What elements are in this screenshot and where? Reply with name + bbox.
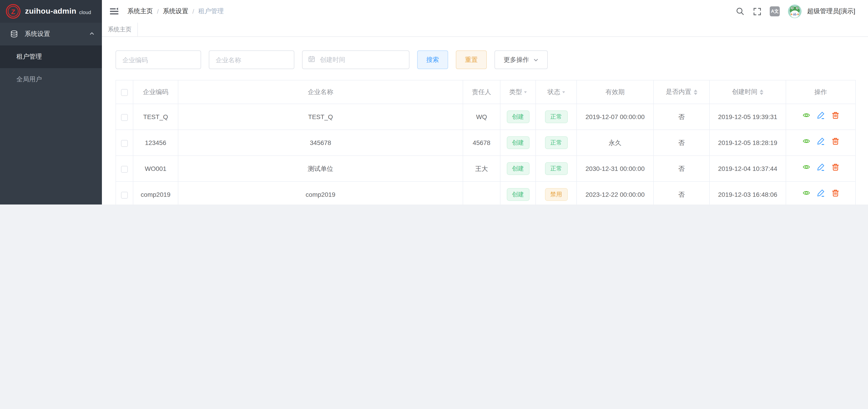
type-filter-icon[interactable] [524, 91, 527, 95]
cell-created: 2019-12-05 19:39:31 [709, 104, 786, 130]
breadcrumb-system-settings[interactable]: 系统设置 [163, 7, 188, 15]
sidebar: Z zuihou-admin cloud 系统设置 租户管理 全局用户 [0, 0, 102, 205]
table-row: TEST_Q TEST_Q WQ 创建 正常 2019-12-07 00:00:… [116, 104, 856, 130]
header-expiry: 有效期 [577, 80, 653, 104]
row-checkbox[interactable] [121, 192, 128, 199]
cell-created: 2019-12-05 18:28:19 [709, 130, 786, 156]
view-icon[interactable] [802, 111, 810, 119]
cell-created: 2019-12-04 10:37:44 [709, 156, 786, 181]
sidebar-item-label: 全局用户 [17, 75, 42, 83]
edit-icon[interactable] [817, 111, 825, 119]
reset-button[interactable]: 重置 [456, 50, 487, 69]
translate-icon[interactable]: A文 [770, 6, 780, 16]
breadcrumb: 系统主页 / 系统设置 / 租户管理 [127, 7, 224, 15]
row-checkbox[interactable] [121, 166, 128, 173]
page-content: 创建时间 搜索 重置 更多操作 [102, 37, 868, 205]
cell-owner: 王大 [463, 156, 500, 181]
chevron-up-icon [89, 30, 95, 38]
breadcrumb-current: 租户管理 [198, 7, 224, 15]
more-actions-button[interactable]: 更多操作 [495, 50, 548, 69]
cell-expiry: 2019-12-07 00:00:00 [577, 104, 653, 130]
cell-builtin: 否 [653, 156, 709, 181]
logo-icon: Z [6, 4, 21, 19]
more-actions-label: 更多操作 [504, 56, 529, 64]
type-badge: 创建 [506, 188, 529, 201]
created-time-picker[interactable]: 创建时间 [302, 50, 409, 69]
avatar[interactable] [788, 5, 802, 18]
search-button[interactable]: 搜索 [417, 50, 448, 69]
main-area: 系统主页 / 系统设置 / 租户管理 A文 [102, 0, 868, 205]
delete-icon[interactable] [831, 137, 839, 145]
fullscreen-icon[interactable] [753, 7, 762, 16]
sort-icon[interactable] [760, 88, 763, 97]
row-checkbox[interactable] [121, 140, 128, 147]
sort-icon[interactable] [693, 88, 697, 97]
navbar: 系统主页 / 系统设置 / 租户管理 A文 [102, 0, 868, 23]
edit-icon[interactable] [817, 163, 825, 171]
row-actions [802, 163, 839, 171]
row-actions [802, 137, 839, 145]
cell-name: comp2019 [178, 181, 463, 205]
enterprise-name-input[interactable] [209, 50, 294, 69]
status-badge: 正常 [545, 162, 567, 175]
type-badge: 创建 [506, 136, 529, 149]
calendar-icon [308, 55, 315, 64]
status-badge: 正常 [545, 136, 567, 149]
sidebar-group-system-settings[interactable]: 系统设置 [0, 23, 102, 45]
breadcrumb-separator: / [157, 8, 159, 15]
status-filter-icon[interactable] [562, 91, 565, 95]
tab-system-home[interactable]: 系统主页 [102, 23, 138, 36]
app-root: Z zuihou-admin cloud 系统设置 租户管理 全局用户 [0, 0, 868, 205]
delete-icon[interactable] [831, 111, 839, 119]
cell-code: WO001 [133, 156, 178, 181]
breadcrumb-home[interactable]: 系统主页 [127, 7, 153, 15]
breadcrumb-separator: / [192, 8, 194, 15]
cell-owner [463, 181, 500, 205]
tenant-table: 企业编码 企业名称 责任人 类型 状态 有效期 是否内置 创建时间 操作 TES… [116, 80, 855, 205]
cell-expiry: 2030-12-31 00:00:00 [577, 156, 653, 181]
table-row: WO001 测试单位 王大 创建 正常 2030-12-31 00:00:00 … [116, 156, 856, 181]
row-checkbox[interactable] [121, 114, 128, 121]
cell-owner: WQ [463, 104, 500, 130]
cell-code: comp2019 [133, 181, 178, 205]
database-icon [10, 30, 18, 38]
date-placeholder: 创建时间 [320, 56, 345, 64]
header-status: 状态 [536, 80, 577, 104]
header-builtin[interactable]: 是否内置 [653, 80, 709, 104]
user-name[interactable]: 超级管理员[演示] [807, 7, 855, 15]
app-logo[interactable]: Z zuihou-admin cloud [0, 0, 102, 23]
cell-expiry: 永久 [577, 130, 653, 156]
status-badge: 正常 [545, 110, 567, 123]
tabs-bar: 系统主页 [102, 23, 868, 37]
search-icon[interactable] [736, 7, 745, 16]
status-badge: 禁用 [545, 188, 567, 201]
view-icon[interactable] [802, 137, 810, 145]
row-actions [802, 111, 839, 119]
select-all-checkbox[interactable] [121, 89, 128, 96]
navbar-actions: A文 超级管理员[演示] [736, 5, 855, 18]
sidebar-item-global-users[interactable]: 全局用户 [0, 68, 102, 91]
edit-icon[interactable] [817, 189, 825, 197]
edit-icon[interactable] [817, 137, 825, 145]
sidebar-item-tenant-management[interactable]: 租户管理 [0, 45, 102, 68]
app-title-suffix: cloud [79, 9, 91, 15]
header-select-all [116, 80, 133, 104]
header-actions: 操作 [786, 80, 856, 104]
cell-created: 2019-12-03 16:48:06 [709, 181, 786, 205]
cell-owner: 45678 [463, 130, 500, 156]
header-owner: 责任人 [463, 80, 500, 104]
table-header-row: 企业编码 企业名称 责任人 类型 状态 有效期 是否内置 创建时间 操作 [116, 80, 856, 104]
enterprise-code-input[interactable] [116, 50, 201, 69]
header-created[interactable]: 创建时间 [709, 80, 786, 104]
view-icon[interactable] [802, 163, 810, 171]
sidebar-collapse-icon[interactable] [109, 6, 119, 16]
header-type: 类型 [500, 80, 536, 104]
cell-name: 测试单位 [178, 156, 463, 181]
delete-icon[interactable] [831, 189, 839, 197]
delete-icon[interactable] [831, 163, 839, 171]
cell-builtin: 否 [653, 104, 709, 130]
filter-bar: 创建时间 搜索 重置 更多操作 [116, 50, 855, 69]
table-row: comp2019 comp2019 创建 禁用 2023-12-22 00:00… [116, 181, 856, 205]
sidebar-group-label: 系统设置 [25, 30, 89, 38]
view-icon[interactable] [802, 189, 810, 197]
